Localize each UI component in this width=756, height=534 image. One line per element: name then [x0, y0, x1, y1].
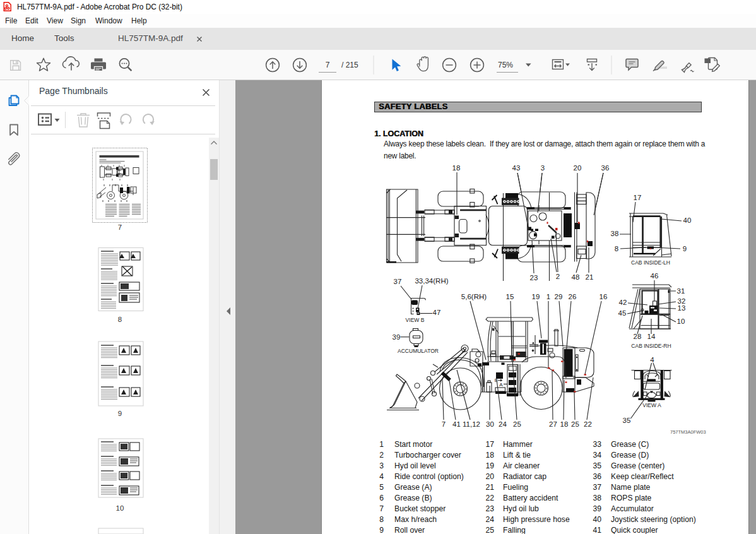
svg-text:8: 8 — [615, 245, 618, 252]
svg-text:2: 2 — [556, 273, 560, 280]
svg-text:7: 7 — [442, 420, 446, 428]
svg-text:36: 36 — [601, 164, 610, 172]
svg-text:75%: 75% — [498, 61, 513, 69]
svg-text:21: 21 — [586, 273, 594, 281]
svg-text:CAB INSIDE-RH: CAB INSIDE-RH — [631, 343, 671, 349]
svg-text:VIEW A: VIEW A — [642, 402, 661, 408]
svg-text:7: 7 — [326, 61, 330, 69]
svg-text:38: 38 — [611, 230, 619, 237]
svg-text:9: 9 — [118, 410, 122, 417]
svg-text:42: 42 — [619, 299, 627, 306]
svg-text:18: 18 — [452, 164, 461, 172]
svg-text:29: 29 — [555, 293, 563, 300]
svg-text:19: 19 — [532, 293, 540, 300]
svg-text:30: 30 — [486, 420, 494, 428]
svg-text:48: 48 — [572, 273, 580, 281]
svg-text:/ 215: / 215 — [341, 61, 358, 69]
svg-text:15: 15 — [506, 293, 514, 300]
svg-text:24: 24 — [499, 420, 507, 428]
svg-text:11,12: 11,12 — [463, 420, 480, 428]
svg-text:27: 27 — [549, 420, 557, 428]
svg-text:20: 20 — [574, 164, 582, 172]
svg-text:40: 40 — [683, 217, 692, 224]
svg-text:17: 17 — [634, 194, 642, 201]
svg-text:18: 18 — [560, 420, 569, 428]
svg-text:25: 25 — [571, 420, 579, 428]
svg-text:23: 23 — [530, 274, 538, 282]
svg-text:16: 16 — [599, 293, 608, 300]
svg-text:10: 10 — [677, 317, 685, 325]
svg-text:10: 10 — [116, 504, 124, 512]
svg-text:35: 35 — [623, 417, 631, 424]
svg-text:25: 25 — [513, 420, 521, 428]
svg-text:43: 43 — [512, 164, 521, 172]
svg-text:4: 4 — [650, 356, 654, 364]
svg-text:22: 22 — [584, 420, 592, 428]
svg-text:VIEW B: VIEW B — [406, 317, 425, 323]
svg-text:1: 1 — [546, 293, 550, 300]
svg-text:9: 9 — [683, 245, 687, 252]
svg-text:45: 45 — [618, 309, 627, 317]
svg-text:47: 47 — [433, 309, 441, 316]
svg-text:37: 37 — [394, 278, 402, 285]
svg-text:3: 3 — [541, 164, 545, 172]
svg-text:A: A — [499, 382, 503, 388]
svg-text:CAB INSIDE-LH: CAB INSIDE-LH — [631, 259, 670, 266]
svg-text:46: 46 — [651, 272, 659, 280]
svg-text:5,6(RH): 5,6(RH) — [461, 293, 487, 300]
svg-text:757TM3A0FW03: 757TM3A0FW03 — [670, 429, 706, 435]
svg-text:26: 26 — [569, 293, 577, 300]
svg-text:39: 39 — [393, 333, 401, 341]
svg-text:13: 13 — [678, 304, 686, 312]
svg-text:41: 41 — [452, 420, 461, 428]
svg-text:ACCUMULATOR: ACCUMULATOR — [398, 348, 439, 354]
svg-text:7: 7 — [118, 223, 122, 231]
svg-text:31: 31 — [677, 287, 685, 295]
svg-text:8: 8 — [118, 316, 122, 323]
svg-text:33,34(RH): 33,34(RH) — [415, 277, 448, 285]
